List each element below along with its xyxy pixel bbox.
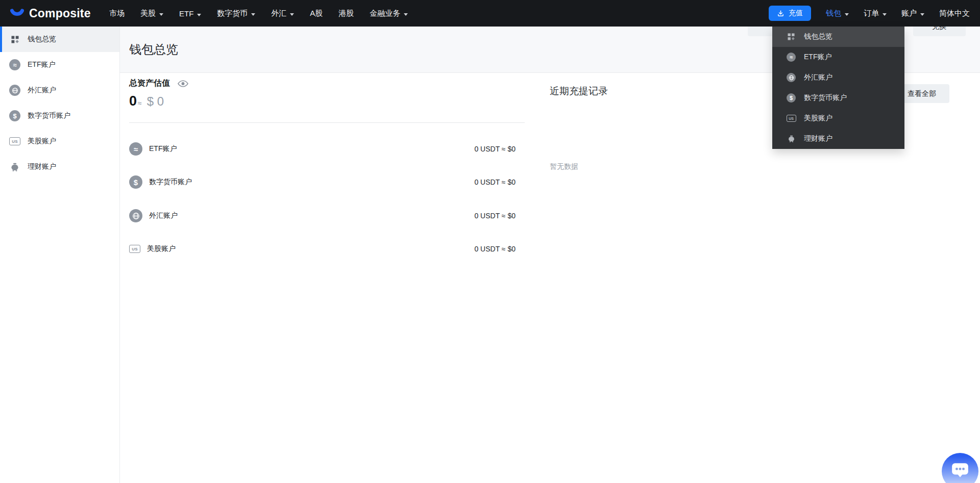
- account-label: 数字货币账户: [149, 177, 192, 187]
- nav-item-forex[interactable]: 外汇: [271, 9, 294, 18]
- customer-service-chat-button[interactable]: [942, 453, 978, 483]
- chevron-down-icon: [920, 13, 924, 16]
- sidebar-item-label: 外汇账户: [28, 86, 56, 95]
- total-assets-header: 总资产估值: [129, 78, 188, 89]
- wallet-menu-item-us-stock[interactable]: US 美股账户: [772, 108, 904, 129]
- sidebar-item-wealth-account[interactable]: 理财账户: [0, 154, 119, 180]
- download-icon: [777, 10, 785, 17]
- wallet-menu-item-label: 美股账户: [804, 114, 832, 123]
- sidebar-item-us-stock-account[interactable]: US 美股账户: [0, 129, 119, 154]
- nav-item-etf[interactable]: ETF: [179, 9, 201, 18]
- nav-item-a-shares[interactable]: A股: [310, 9, 323, 18]
- forex-globe-icon: [9, 85, 21, 96]
- chevron-down-icon: [290, 13, 294, 16]
- wallet-menu-item-label: ETF账户: [804, 53, 831, 62]
- wallet-overview-grid-icon: [9, 36, 21, 43]
- chevron-down-icon: [404, 13, 408, 16]
- recent-records-title: 近期充提记录: [550, 85, 608, 98]
- page-title: 钱包总览: [129, 41, 178, 58]
- chevron-down-icon: [883, 13, 887, 16]
- section-divider: [129, 122, 525, 123]
- account-value: 0 USDT ≈ $0: [474, 245, 516, 253]
- account-row-forex[interactable]: 外汇账户 0 USDT ≈ $0: [129, 206, 516, 226]
- chevron-down-icon: [197, 14, 201, 16]
- sidebar: 钱包总览 ≈ ETF账户 外汇账户 $ 数字货币账户 US 美股账户 理财账户: [0, 27, 120, 483]
- crypto-dollar-icon: $: [9, 110, 21, 121]
- sidebar-item-crypto-account[interactable]: $ 数字货币账户: [0, 103, 119, 129]
- chat-bubble-icon: [950, 461, 970, 478]
- chevron-down-icon: [251, 13, 255, 16]
- nav-item-financial-services[interactable]: 金融业务: [370, 9, 408, 18]
- us-stock-badge-icon: US: [129, 245, 140, 253]
- account-value: 0 USDT ≈ $0: [474, 178, 516, 186]
- account-value: 0 USDT ≈ $0: [474, 212, 516, 220]
- nav-item-wallet[interactable]: 钱包: [826, 9, 849, 18]
- total-assets-label: 总资产估值: [129, 78, 170, 89]
- sidebar-item-label: ETF账户: [28, 60, 55, 69]
- chevron-down-icon: [845, 13, 849, 16]
- brand-logo[interactable]: Composite: [10, 0, 91, 27]
- assets-usd-amount: $ 0: [147, 94, 164, 109]
- wallet-menu-item-label: 数字货币账户: [804, 93, 847, 103]
- main-menu: 市场 美股 ETF 数字货币 外汇 A股 港股 金融业务: [109, 0, 408, 27]
- nav-item-market[interactable]: 市场: [109, 9, 125, 18]
- wallet-dropdown-menu: 钱包总览 ≈ ETF账户 外汇账户 $ 数字货币账户 US 美股账户 理财账户: [772, 27, 904, 149]
- nav-item-crypto[interactable]: 数字货币: [217, 9, 255, 18]
- sidebar-item-label: 钱包总览: [28, 35, 56, 44]
- us-stock-badge-icon: US: [785, 115, 797, 122]
- wallet-menu-item-overview[interactable]: 钱包总览: [772, 27, 904, 47]
- account-label: ETF账户: [149, 144, 177, 154]
- account-label: 美股账户: [147, 244, 176, 253]
- crypto-dollar-icon: $: [785, 93, 797, 103]
- wallet-overview-page: Composite 市场 美股 ETF 数字货币 外汇 A股 港股 金融业务 充…: [0, 0, 980, 483]
- forex-globe-icon: [129, 209, 142, 222]
- navbar-right-group: 充值 钱包 订单 账户 简体中文: [769, 0, 970, 27]
- wealth-piggy-icon: [9, 163, 21, 171]
- eye-icon[interactable]: [178, 80, 188, 87]
- nav-item-hk-stocks[interactable]: 港股: [338, 9, 354, 18]
- language-switcher[interactable]: 简体中文: [939, 9, 970, 18]
- wallet-overview-grid-icon: [785, 33, 797, 40]
- wealth-piggy-icon: [785, 135, 797, 142]
- etf-waves-icon: ≈: [785, 53, 797, 62]
- account-value: 0 USDT ≈ $0: [474, 145, 516, 153]
- etf-waves-icon: ≈: [129, 142, 142, 156]
- account-row-etf[interactable]: ≈ ETF账户 0 USDT ≈ $0: [129, 139, 516, 159]
- sidebar-item-etf-account[interactable]: ≈ ETF账户: [0, 52, 119, 78]
- sidebar-item-label: 数字货币账户: [28, 111, 70, 120]
- nav-item-account[interactable]: 账户: [901, 9, 924, 18]
- wallet-menu-item-wealth[interactable]: 理财账户: [772, 129, 904, 149]
- sidebar-item-forex-account[interactable]: 外汇账户: [0, 78, 119, 103]
- chevron-down-icon: [159, 13, 163, 16]
- approx-symbol: ≈: [138, 99, 142, 107]
- wallet-menu-item-forex[interactable]: 外汇账户: [772, 67, 904, 88]
- deposit-button[interactable]: 充值: [769, 6, 811, 21]
- total-assets-value: 0 ≈ $ 0: [129, 93, 164, 109]
- wallet-menu-item-label: 理财账户: [804, 134, 832, 143]
- brand-name: Composite: [29, 7, 91, 20]
- wallet-menu-item-label: 外汇账户: [804, 73, 832, 82]
- crescent-logo-icon: [10, 9, 24, 18]
- account-label: 外汇账户: [149, 211, 178, 220]
- forex-globe-icon: [785, 73, 797, 82]
- sidebar-item-wallet-overview[interactable]: 钱包总览: [0, 27, 119, 52]
- sidebar-item-label: 理财账户: [28, 162, 56, 171]
- top-navbar: Composite 市场 美股 ETF 数字货币 外汇 A股 港股 金融业务 充…: [0, 0, 980, 27]
- crypto-dollar-icon: $: [129, 175, 142, 189]
- nav-item-us-stocks[interactable]: 美股: [140, 9, 163, 18]
- us-stock-badge-icon: US: [9, 137, 21, 145]
- nav-item-orders[interactable]: 订单: [864, 9, 887, 18]
- wallet-menu-item-label: 钱包总览: [804, 32, 832, 41]
- account-row-us-stock[interactable]: US 美股账户 0 USDT ≈ $0: [129, 239, 516, 259]
- wallet-menu-item-crypto[interactable]: $ 数字货币账户: [772, 88, 904, 108]
- empty-data-text: 暂无数据: [550, 162, 578, 171]
- account-row-crypto[interactable]: $ 数字货币账户 0 USDT ≈ $0: [129, 172, 516, 192]
- sidebar-item-label: 美股账户: [28, 137, 56, 146]
- assets-amount: 0: [129, 93, 137, 109]
- etf-waves-icon: ≈: [9, 59, 21, 70]
- wallet-menu-item-etf[interactable]: ≈ ETF账户: [772, 47, 904, 67]
